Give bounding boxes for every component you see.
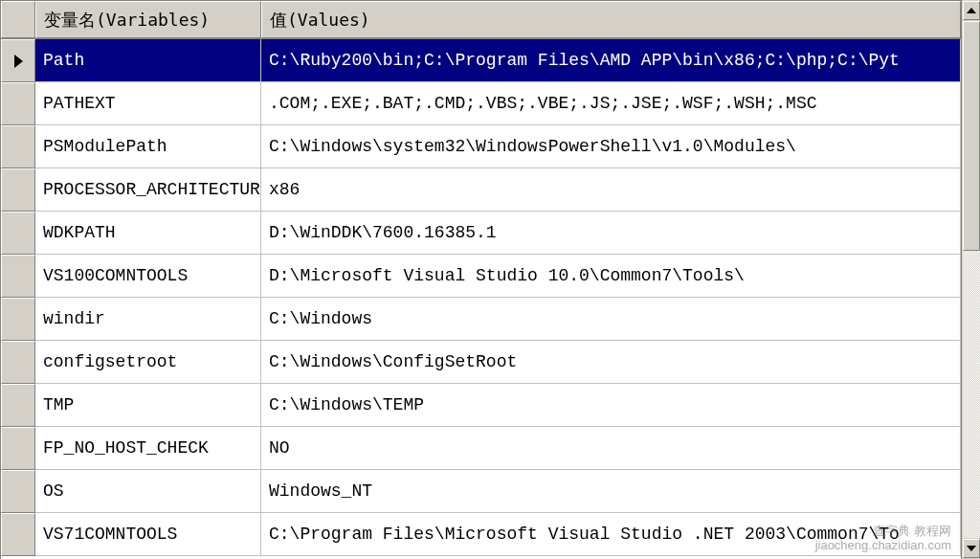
table-row[interactable]: PROCESSOR_ARCHITECTUREx86 (1, 168, 961, 212)
table-row[interactable]: PathC:\Ruby200\bin;C:\Program Files\AMD … (1, 39, 961, 82)
table-row[interactable]: PATHEXT.COM;.EXE;.BAT;.CMD;.VBS;.VBE;.JS… (1, 82, 961, 125)
cell-value[interactable]: D:\WinDDK\7600.16385.1 (261, 212, 961, 255)
scroll-track[interactable] (963, 21, 980, 538)
row-selector[interactable] (1, 212, 35, 255)
row-selector[interactable] (1, 427, 35, 470)
cell-variable[interactable]: TMP (35, 384, 261, 427)
cell-variable[interactable]: Path (35, 39, 261, 82)
row-selector[interactable] (1, 384, 35, 427)
cell-value[interactable]: D:\Microsoft Visual Studio 10.0\Common7\… (261, 255, 961, 298)
current-row-indicator-icon (14, 55, 23, 68)
row-selector[interactable] (1, 513, 35, 556)
cell-variable[interactable]: configsetroot (35, 341, 261, 384)
grid-body: PathC:\Ruby200\bin;C:\Program Files\AMD … (1, 39, 961, 556)
row-selector[interactable] (1, 255, 35, 298)
cell-value[interactable]: C:\Windows (261, 298, 961, 341)
scroll-down-button[interactable] (963, 539, 980, 558)
cell-variable[interactable]: PSModulePath (35, 125, 261, 168)
cell-value[interactable]: C:\Windows\ConfigSetRoot (261, 341, 961, 384)
cell-value[interactable]: .COM;.EXE;.BAT;.CMD;.VBS;.VBE;.JS;.JSE;.… (261, 82, 961, 125)
scroll-thumb[interactable] (963, 21, 980, 251)
table-row[interactable]: WDKPATHD:\WinDDK\7600.16385.1 (1, 212, 961, 255)
cell-variable[interactable]: WDKPATH (35, 212, 261, 255)
cell-value[interactable]: C:\Ruby200\bin;C:\Program Files\AMD APP\… (261, 39, 961, 82)
cell-value[interactable]: C:\Windows\system32\WindowsPowerShell\v1… (261, 125, 961, 168)
row-selector-header[interactable] (1, 1, 35, 38)
table-row[interactable]: VS100COMNTOOLSD:\Microsoft Visual Studio… (1, 255, 961, 298)
row-selector[interactable] (1, 168, 35, 212)
cell-variable[interactable]: VS71COMNTOOLS (35, 513, 261, 556)
scroll-up-button[interactable] (963, 1, 980, 20)
row-selector[interactable] (1, 125, 35, 168)
cell-value[interactable]: C:\Windows\TEMP (261, 384, 961, 427)
table-row[interactable]: windirC:\Windows (1, 298, 961, 341)
table-row[interactable]: FP_NO_HOST_CHECKNO (1, 427, 961, 470)
header-row: 变量名(Variables) 值(Values) (1, 1, 961, 39)
row-selector[interactable] (1, 470, 35, 513)
cell-variable[interactable]: VS100COMNTOOLS (35, 255, 261, 298)
cell-value[interactable]: NO (261, 427, 961, 470)
column-header-values[interactable]: 值(Values) (261, 1, 961, 38)
cell-value[interactable]: x86 (261, 168, 961, 212)
table-row[interactable]: configsetrootC:\Windows\ConfigSetRoot (1, 341, 961, 384)
row-selector[interactable] (1, 82, 35, 125)
table-row[interactable]: TMPC:\Windows\TEMP (1, 384, 961, 427)
vertical-scrollbar[interactable] (961, 0, 980, 559)
arrow-down-icon (967, 546, 976, 551)
cell-value[interactable]: C:\Program Files\Microsoft Visual Studio… (261, 513, 961, 556)
cell-variable[interactable]: OS (35, 470, 261, 513)
table-row[interactable]: VS71COMNTOOLSC:\Program Files\Microsoft … (1, 513, 961, 556)
table-row[interactable]: OSWindows_NT (1, 470, 961, 513)
arrow-up-icon (967, 8, 976, 13)
cell-variable[interactable]: FP_NO_HOST_CHECK (35, 427, 261, 470)
row-selector[interactable] (1, 341, 35, 384)
column-header-variables[interactable]: 变量名(Variables) (35, 1, 261, 38)
cell-value[interactable]: Windows_NT (261, 470, 961, 513)
row-selector[interactable] (1, 298, 35, 341)
datagrid: 变量名(Variables) 值(Values) PathC:\Ruby200\… (0, 0, 961, 559)
cell-variable[interactable]: windir (35, 298, 261, 341)
row-selector[interactable] (1, 39, 35, 82)
cell-variable[interactable]: PROCESSOR_ARCHITECTURE (35, 168, 261, 212)
table-row[interactable]: PSModulePathC:\Windows\system32\WindowsP… (1, 125, 961, 168)
cell-variable[interactable]: PATHEXT (35, 82, 261, 125)
